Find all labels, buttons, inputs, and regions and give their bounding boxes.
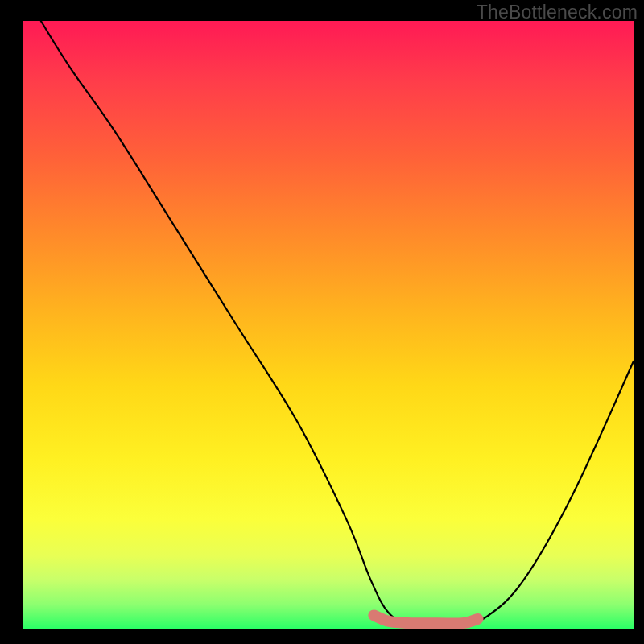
flat-minimum-highlight: [374, 615, 477, 623]
watermark-text: TheBottleneck.com: [477, 2, 638, 23]
bottleneck-curve: [41, 21, 634, 625]
chart-frame: TheBottleneck.com: [0, 0, 644, 644]
curve-layer: [23, 21, 634, 629]
plot-area: [23, 21, 634, 629]
